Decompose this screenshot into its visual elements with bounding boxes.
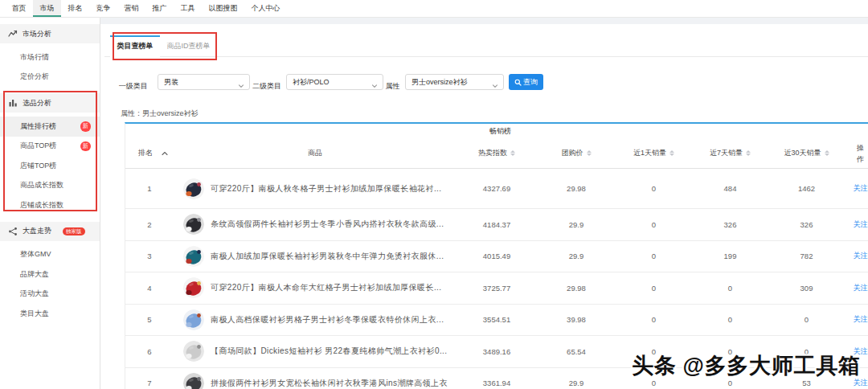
sales-30d-cell: 782 <box>800 252 813 260</box>
column-header-rank[interactable]: 排名 <box>125 148 174 158</box>
tab-0[interactable]: 类目查榜单 <box>110 35 160 58</box>
follow-link[interactable]: 关注 <box>854 283 868 293</box>
chevron-down-icon <box>371 80 378 94</box>
sidebar-section-header[interactable]: 选品分析 <box>0 93 100 113</box>
level2-category-select[interactable]: 衬衫/POLO <box>286 74 383 90</box>
sidebar-section-header[interactable]: 市场分析 <box>0 24 100 43</box>
hot-index-cell: 4184.37 <box>483 220 510 229</box>
sidebar-item-label: 市场行情 <box>20 52 49 63</box>
chevron-down-icon <box>238 80 244 94</box>
sidebar-item-label: 店铺TOP榜 <box>20 161 56 171</box>
sidebar-item-label: 活动大盘 <box>20 289 49 299</box>
sidebar-item-2-0[interactable]: 整体GMV <box>0 245 100 265</box>
search-icon <box>514 79 522 86</box>
bar-chart-icon <box>8 98 18 108</box>
sorter-icon[interactable] <box>669 150 674 157</box>
sidebar-item-1-2[interactable]: 店铺TOP榜 <box>0 156 100 176</box>
sorter-icon[interactable] <box>825 150 829 157</box>
product-title[interactable]: 南极人加绒加厚保暖长袖衬衫男装秋冬中年弹力免烫衬衣服休... <box>211 251 444 262</box>
sales-1d-cell: 0 <box>652 315 656 324</box>
sales-30d-cell: 1462 <box>798 184 815 193</box>
follow-link[interactable]: 关注 <box>854 251 868 261</box>
column-header-sales-7d[interactable]: 近7天销量 <box>692 148 768 158</box>
sales-7d-cell: 0 <box>728 315 732 324</box>
hot-index-cell: 3489.16 <box>483 347 510 356</box>
attribute-select[interactable]: 男士oversize衬衫 <box>405 74 504 90</box>
column-header-hot-index[interactable]: 热卖指数 <box>457 148 537 158</box>
table-group-header: 畅销榜 <box>125 124 868 138</box>
main-panel: 类目查榜单商品ID查榜单 一级类目 男装 二级类目 衬衫/POLO 属性 男士o… <box>104 24 868 389</box>
sidebar-item-1-0[interactable]: 属性排行榜 新 <box>0 117 100 137</box>
rank-cell: 4 <box>147 284 151 293</box>
nav-item-2[interactable]: 排名 <box>61 0 89 17</box>
column-header-sales-1d[interactable]: 近1天销量 <box>616 148 692 158</box>
rank-cell: 6 <box>147 347 151 356</box>
nav-item-label: 市场 <box>40 4 55 12</box>
group-price-cell: 29.9 <box>569 379 584 387</box>
follow-link[interactable]: 关注 <box>854 183 868 194</box>
sidebar-section-label: 市场分析 <box>23 29 51 39</box>
sidebar-item-0-0[interactable]: 市场行情 <box>0 47 100 68</box>
sidebar-item-2-1[interactable]: 品牌大盘 <box>0 264 100 285</box>
column-header-sales-30d[interactable]: 近30天销量 <box>768 148 845 158</box>
sidebar-item-1-4[interactable]: 店铺成长指数 <box>0 195 100 215</box>
sidebar: 市场分析 市场行情 定价分析 选品分析 属性排行榜 新 商品TOP榜 新 店铺T… <box>0 18 100 389</box>
sidebar-section-header[interactable]: 大盘走势 独家版 <box>0 222 100 241</box>
nav-item-7[interactable]: 以图搜图 <box>202 0 244 17</box>
sidebar-item-1-3[interactable]: 商品成长指数 <box>0 176 100 196</box>
follow-link[interactable]: 关注 <box>854 219 868 230</box>
sales-1d-cell: 0 <box>652 252 656 260</box>
hot-index-cell: 3361.94 <box>483 379 510 387</box>
sidebar-item-label: 整体GMV <box>20 249 51 260</box>
sales-30d-cell: 309 <box>800 284 813 293</box>
nav-item-label: 以图搜图 <box>209 4 238 12</box>
sidebar-item-2-3[interactable]: 类目大盘 <box>0 304 100 324</box>
product-title[interactable]: 【商场同款】Dickies短袖衬衫 男22春夏纯棉帅气潮上衣衬衫0... <box>211 346 447 357</box>
rank-cell: 5 <box>147 315 151 324</box>
tab-bar: 类目查榜单商品ID查榜单 <box>104 24 868 57</box>
product-title[interactable]: 拼接假两件衬衫男女宽松长袖休闲衬衣秋季港风ins潮牌高领上衣 <box>211 378 448 389</box>
sidebar-item-0-1[interactable]: 定价分析 <box>0 68 100 88</box>
sales-1d-cell: 0 <box>652 284 656 293</box>
nav-item-4[interactable]: 营销 <box>117 0 145 17</box>
sorter-icon[interactable] <box>510 150 515 157</box>
sidebar-section: 市场分析 市场行情 定价分析 <box>0 24 100 93</box>
product-title[interactable]: 条纹高领假两件长袖衬衫男士冬季小香风内搭衬衣秋冬款高级... <box>211 219 444 230</box>
watermark: 头条 @多多大师工具箱 <box>632 351 861 380</box>
sorter-icon[interactable] <box>746 150 751 157</box>
column-header-product: 商品 <box>174 148 457 158</box>
sidebar-item-label: 商品TOP榜 <box>20 141 56 151</box>
nav-item-label: 竞争 <box>96 4 111 12</box>
column-header-group-price[interactable]: 团购价 <box>537 148 616 158</box>
sidebar-item-1-1[interactable]: 商品TOP榜 新 <box>0 137 100 157</box>
sort-ascending-icon <box>162 151 168 156</box>
level1-category-select[interactable]: 男装 <box>158 74 250 90</box>
hot-index-cell: 3725.77 <box>483 284 510 293</box>
nav-item-label: 营销 <box>125 4 139 12</box>
nodes-icon <box>8 227 18 236</box>
sidebar-item-label: 商品成长指数 <box>20 180 63 190</box>
nav-item-6[interactable]: 工具 <box>174 0 202 17</box>
follow-link[interactable]: 关注 <box>854 314 868 325</box>
nav-item-1[interactable]: 市场 <box>33 0 61 17</box>
product-title[interactable]: 可穿220斤】南极人秋冬格子男士衬衫加绒加厚保暖长袖花衬... <box>211 183 441 194</box>
sorter-icon[interactable] <box>587 150 592 157</box>
nav-item-5[interactable]: 推广 <box>145 0 174 17</box>
sales-30d-cell: 0 <box>805 315 809 324</box>
nav-item-0[interactable]: 首页 <box>5 0 33 17</box>
nav-item-3[interactable]: 竞争 <box>89 0 117 17</box>
exclusive-badge: 独家版 <box>63 227 85 235</box>
selected-attribute-line: 属性：男士oversize衬衫 <box>121 109 199 119</box>
product-thumbnail <box>183 309 204 330</box>
tab-1[interactable]: 商品ID查榜单 <box>160 35 217 58</box>
product-title[interactable]: 可穿220斤】南极人本命年大红格子男士衬衫加绒加厚保暖长... <box>211 282 441 293</box>
product-title[interactable]: 南极人高档保暖衬衫男格子男士衬衫冬季保暖衣特价休闲上衣... <box>211 314 444 326</box>
search-button[interactable]: 查询 <box>509 74 543 90</box>
sidebar-item-2-2[interactable]: 活动大盘 <box>0 285 100 305</box>
rank-cell: 1 <box>147 184 151 193</box>
product-thumbnail <box>183 246 204 267</box>
sidebar-item-label: 类目大盘 <box>20 309 49 319</box>
nav-item-8[interactable]: 个人中心 <box>244 0 287 17</box>
product-thumbnail <box>183 373 204 389</box>
rank-cell: 3 <box>147 252 151 260</box>
